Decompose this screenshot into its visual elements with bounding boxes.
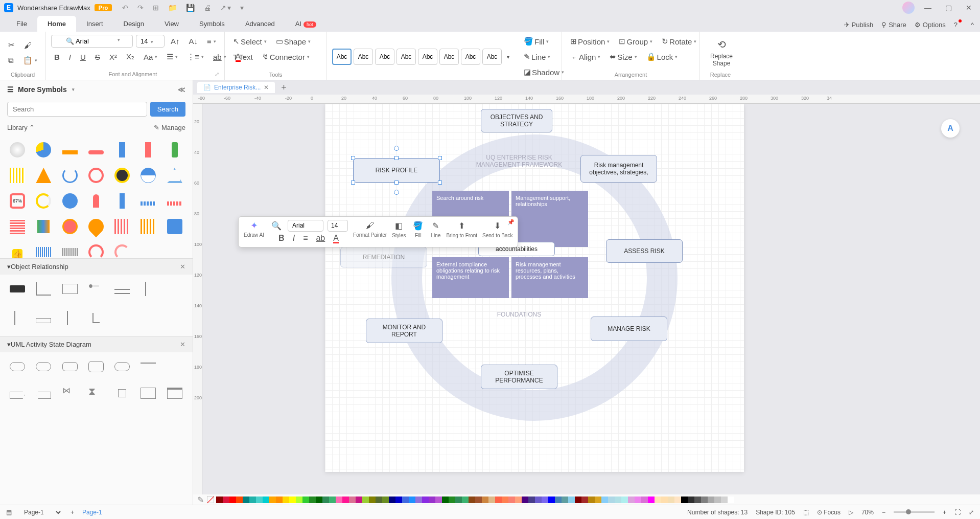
symbol-item[interactable]: [33, 308, 54, 328]
float-styles-icon[interactable]: ◧: [393, 220, 405, 232]
tab-close-icon[interactable]: ✕: [264, 84, 269, 91]
color-swatch[interactable]: [289, 497, 296, 503]
color-swatch[interactable]: [376, 497, 382, 503]
sidebar-menu-icon[interactable]: ☰: [7, 85, 14, 94]
color-swatch[interactable]: [462, 497, 469, 503]
symbol-item[interactable]: [60, 242, 80, 258]
color-swatch[interactable]: [429, 497, 435, 503]
color-swatch[interactable]: [655, 497, 661, 503]
options-button[interactable]: ⚙ Options: [915, 21, 946, 29]
symbol-search-input[interactable]: [7, 102, 147, 117]
object-relationship-section[interactable]: ▾ Object Relationship ✕: [0, 258, 193, 275]
color-swatch[interactable]: [302, 497, 309, 503]
color-swatch[interactable]: [568, 497, 575, 503]
selection-handle[interactable]: [351, 156, 355, 160]
color-swatch[interactable]: [449, 497, 455, 503]
color-swatch[interactable]: [648, 497, 655, 503]
symbol-item[interactable]: [138, 191, 158, 211]
color-swatch[interactable]: [229, 497, 236, 503]
symbol-item[interactable]: [7, 356, 28, 377]
redo-icon[interactable]: ↷: [137, 4, 144, 12]
page-link[interactable]: Page-1: [82, 509, 102, 516]
symbol-item[interactable]: [33, 165, 54, 186]
symbol-item[interactable]: 67%: [7, 191, 28, 211]
color-swatch[interactable]: [455, 497, 462, 503]
float-size-select[interactable]: 14: [328, 220, 348, 232]
color-swatch[interactable]: [369, 497, 376, 503]
symbol-item[interactable]: [33, 242, 54, 258]
sidebar-collapse-icon[interactable]: ≪: [178, 85, 185, 94]
symbol-item[interactable]: [60, 165, 80, 186]
save-icon[interactable]: 💾: [186, 4, 195, 12]
color-swatch[interactable]: [608, 497, 615, 503]
manage-library-button[interactable]: ✎ Manage: [154, 124, 185, 131]
color-swatch[interactable]: [329, 497, 336, 503]
drawing-page[interactable]: OBJECTIVES AND STRATEGY RISK PROFILE UQ …: [325, 104, 744, 472]
color-swatch[interactable]: [336, 497, 342, 503]
inner-search-box[interactable]: Search around risk: [432, 191, 509, 216]
select-tool[interactable]: ↖ Select▾: [230, 35, 270, 48]
symbol-item[interactable]: [7, 383, 28, 403]
color-swatch[interactable]: [216, 497, 223, 503]
page-selector[interactable]: Page-1: [20, 507, 62, 517]
add-tab-button[interactable]: +: [277, 82, 291, 93]
color-swatch[interactable]: [236, 497, 243, 503]
line-button[interactable]: ✎ Line▾: [521, 50, 567, 63]
color-swatch[interactable]: [269, 497, 276, 503]
symbol-item[interactable]: [138, 279, 158, 299]
symbol-item[interactable]: [60, 191, 80, 211]
symbol-item[interactable]: [86, 242, 106, 258]
eyedropper-icon[interactable]: ✎: [197, 495, 204, 505]
color-swatch[interactable]: [694, 497, 701, 503]
align-para-icon[interactable]: ≡▾: [204, 35, 219, 48]
symbol-item[interactable]: [33, 383, 54, 403]
symbol-item[interactable]: [86, 356, 106, 377]
color-swatch[interactable]: [714, 497, 721, 503]
collapse-ribbon-icon[interactable]: ^: [971, 21, 974, 29]
superscript-icon[interactable]: X²: [106, 51, 120, 63]
symbol-item[interactable]: [60, 279, 80, 299]
symbol-item[interactable]: [7, 216, 28, 237]
symbol-item[interactable]: [112, 279, 132, 299]
color-swatch[interactable]: [628, 497, 635, 503]
zoom-in-icon[interactable]: +: [943, 509, 946, 516]
assess-risk-shape[interactable]: ASSESS RISK: [606, 239, 683, 263]
share-button[interactable]: ⚲ Share: [881, 21, 906, 29]
color-swatch[interactable]: [395, 497, 402, 503]
menu-advanced[interactable]: Advanced: [235, 16, 285, 32]
layers-icon[interactable]: ⬚: [803, 509, 809, 516]
focus-button[interactable]: ⊙ Focus: [817, 509, 841, 516]
inner-compliance-box[interactable]: External compliance obligations relating…: [432, 257, 509, 298]
copy-icon[interactable]: ⧉: [5, 54, 17, 67]
color-swatch[interactable]: [243, 497, 249, 503]
symbol-item[interactable]: [7, 165, 28, 186]
symbol-item[interactable]: ⧗: [86, 383, 106, 403]
symbol-item[interactable]: [112, 356, 132, 377]
color-swatch[interactable]: [349, 497, 356, 503]
italic-icon[interactable]: I: [66, 51, 74, 63]
color-swatch[interactable]: [296, 497, 302, 503]
position-button[interactable]: ⊞ Position▾: [567, 35, 613, 48]
color-swatch[interactable]: [389, 497, 395, 503]
edraw-ai-button[interactable]: Edraw AI: [244, 232, 264, 238]
minimize-button[interactable]: —: [921, 4, 935, 12]
color-swatch[interactable]: [641, 497, 648, 503]
symbol-item[interactable]: [33, 191, 54, 211]
section-close-icon[interactable]: ✕: [180, 341, 185, 348]
style-preset-2[interactable]: Abc: [354, 49, 373, 65]
color-swatch[interactable]: [701, 497, 708, 503]
float-search-icon[interactable]: 🔍: [269, 220, 284, 232]
color-swatch[interactable]: [621, 497, 628, 503]
case-icon[interactable]: Aa▾: [141, 51, 160, 63]
color-swatch[interactable]: [555, 497, 562, 503]
color-swatch[interactable]: [475, 497, 482, 503]
menu-file[interactable]: File: [6, 16, 37, 32]
pin-icon[interactable]: 📌: [507, 219, 515, 225]
risk-profile-shape[interactable]: RISK PROFILE: [353, 158, 440, 183]
shape-tool[interactable]: ▭ Shape▾: [273, 35, 314, 48]
color-swatch[interactable]: [515, 497, 522, 503]
style-preset-6[interactable]: Abc: [439, 49, 459, 65]
symbol-item[interactable]: [165, 165, 185, 186]
symbol-item[interactable]: [33, 216, 54, 237]
rotate-button[interactable]: ↻ Rotate▾: [659, 35, 699, 48]
